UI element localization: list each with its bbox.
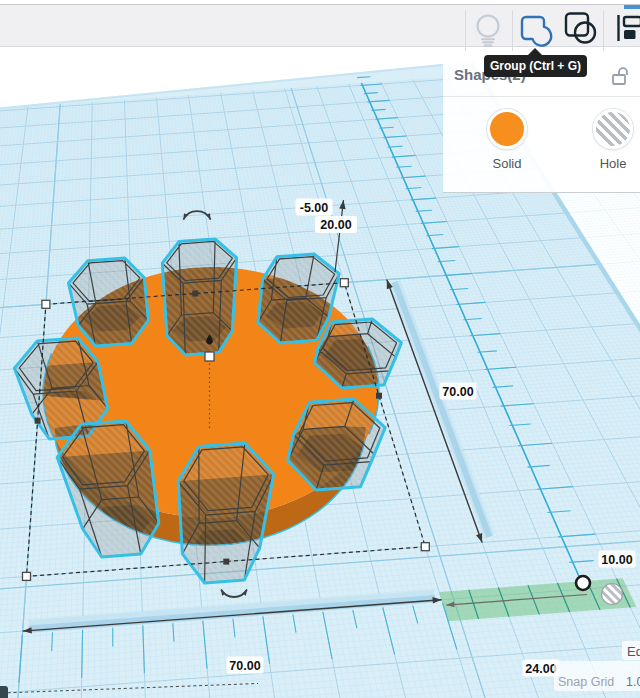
svg-text:10.00: 10.00: [601, 553, 632, 567]
svg-text:70.00: 70.00: [229, 659, 260, 673]
svg-text:70.00: 70.00: [442, 385, 473, 399]
svg-text:24.00: 24.00: [525, 662, 556, 676]
svg-text:Snap Grid: Snap Grid: [558, 675, 614, 689]
svg-text:20.00: 20.00: [320, 218, 351, 232]
svg-text:Ed: Ed: [627, 644, 640, 659]
svg-text:-5.00: -5.00: [300, 201, 329, 215]
svg-text:1.0: 1.0: [626, 675, 640, 689]
